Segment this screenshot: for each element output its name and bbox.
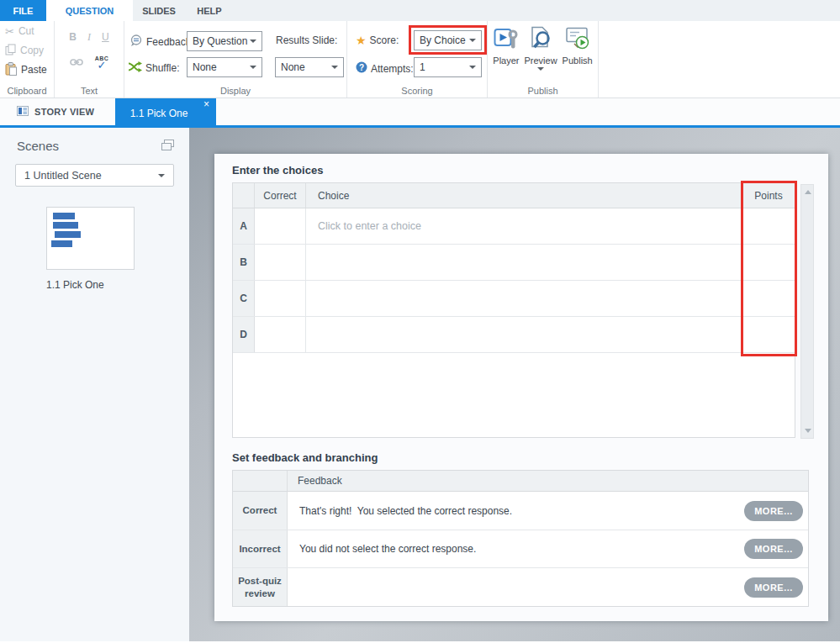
group-scoring: ★ Score: By Choice ? Attempts: 1 Scoring <box>347 21 488 98</box>
choices-empty-area[interactable] <box>233 353 795 437</box>
scoring-group-label: Scoring <box>347 86 487 96</box>
thumbnail-bar <box>53 213 75 219</box>
points-cell[interactable] <box>742 208 795 244</box>
feedback-row-label: Incorrect <box>233 530 288 567</box>
chevron-down-icon <box>250 40 256 43</box>
star-icon: ★ <box>356 34 367 46</box>
paste-button[interactable]: Paste <box>0 61 54 79</box>
cut-button[interactable]: ✂ Cut <box>0 22 54 40</box>
player-button[interactable]: Player <box>493 26 519 71</box>
copy-button[interactable]: Copy <box>0 41 54 60</box>
document-tab-bar: STORY VIEW 1.1 Pick One × <box>0 98 840 128</box>
preview-button[interactable]: Preview <box>524 26 557 71</box>
column-header-points: Points <box>742 183 795 208</box>
feedback-row-incorrect: Incorrect You did not select the correct… <box>233 530 808 568</box>
choices-scrollbar[interactable] <box>800 184 814 439</box>
paste-label: Paste <box>21 64 47 76</box>
chevron-down-icon <box>250 66 256 69</box>
choice-input-cell[interactable]: Click to enter a choice <box>305 208 742 244</box>
results-slide-field-label: Results Slide: <box>276 34 337 46</box>
correct-cell[interactable] <box>255 208 305 244</box>
player-icon <box>494 26 519 53</box>
feedback-text-cell[interactable]: You did not select the correct response.… <box>288 530 808 567</box>
chevron-down-icon <box>331 66 338 69</box>
column-header-choice: Choice <box>305 183 742 208</box>
thumbnail-bar <box>55 231 81 238</box>
clipboard-group-label: Clipboard <box>0 86 54 96</box>
scissors-icon: ✂ <box>5 26 14 37</box>
feedback-text-cell[interactable]: That's right! You selected the correct r… <box>288 492 808 530</box>
correct-cell[interactable] <box>255 245 305 280</box>
chevron-down-icon[interactable] <box>537 67 544 71</box>
story-view-label: STORY VIEW <box>34 107 94 117</box>
tab-file[interactable]: FILE <box>0 0 46 21</box>
spellcheck-button[interactable]: ABC ✓ <box>95 55 109 71</box>
feedback-row-postquiz: Post-quiz review MORE... <box>233 568 808 606</box>
results-slide-dropdown[interactable]: None <box>275 57 344 77</box>
chevron-down-icon <box>158 174 165 177</box>
publish-button[interactable]: Publish <box>563 26 593 71</box>
feedback-row-correct: Correct That's right! You selected the c… <box>233 492 808 530</box>
choice-row-a: A Click to enter a choice <box>233 208 795 245</box>
attempts-dropdown[interactable]: 1 <box>414 57 482 77</box>
choice-row-b: B <box>233 245 795 281</box>
italic-button[interactable]: I <box>87 31 91 44</box>
more-button[interactable]: MORE... <box>744 577 803 598</box>
more-button[interactable]: MORE... <box>744 539 803 559</box>
hyperlink-icon[interactable] <box>70 55 83 71</box>
column-header-feedback: Feedback <box>288 471 808 491</box>
points-cell[interactable] <box>742 281 795 316</box>
scroll-down-icon[interactable] <box>805 429 811 433</box>
collapse-panel-icon[interactable] <box>161 139 174 153</box>
column-header-correct: Correct <box>255 183 305 208</box>
svg-text:?: ? <box>359 63 364 72</box>
feedback-heading: Set feedback and branching <box>232 451 828 464</box>
points-cell[interactable] <box>742 317 795 352</box>
group-publish: Player Preview Publish Publish <box>488 21 599 98</box>
bold-button[interactable]: B <box>69 31 77 44</box>
paste-icon <box>5 62 17 78</box>
thumbnail-bar <box>51 240 72 247</box>
tab-help[interactable]: HELP <box>185 0 234 21</box>
corner-cell <box>233 471 288 491</box>
choice-input-cell[interactable] <box>305 281 742 316</box>
row-label: A <box>233 208 255 244</box>
score-mode-dropdown[interactable]: By Choice <box>414 30 482 50</box>
attempts-field-label: Attempts: <box>371 63 414 75</box>
group-display: Feedback: By Question Shuffle: None Resu… <box>124 21 347 98</box>
chevron-down-icon <box>469 39 476 42</box>
ribbon: ✂ Cut Copy Paste Clipboard B I U <box>0 21 840 98</box>
thumbnail-bar <box>53 222 78 229</box>
tab-story-view[interactable]: STORY VIEW <box>17 106 94 118</box>
thumbnail-caption: 1.1 Pick One <box>46 279 104 291</box>
story-view-icon <box>17 106 29 118</box>
shuffle-field-label: Shuffle: <box>145 62 179 74</box>
choice-row-d: D <box>233 317 795 353</box>
points-cell[interactable] <box>742 245 795 280</box>
choice-input-cell[interactable] <box>305 317 742 352</box>
feedback-row-label: Correct <box>233 492 288 530</box>
underline-button[interactable]: U <box>102 31 109 44</box>
slide-thumbnail[interactable] <box>46 207 135 270</box>
close-icon[interactable]: × <box>203 99 209 109</box>
shuffle-icon <box>128 61 142 75</box>
cut-label: Cut <box>18 25 34 37</box>
feedback-row-label: Post-quiz review <box>233 568 288 606</box>
tab-slides[interactable]: SLIDES <box>133 0 185 21</box>
feedback-mode-dropdown[interactable]: By Question <box>187 31 262 51</box>
tab-slide-active[interactable]: 1.1 Pick One × <box>115 98 216 128</box>
scene-selector[interactable]: 1 Untitled Scene <box>15 164 174 187</box>
row-label: C <box>233 281 255 316</box>
attempts-shield-icon: ? <box>356 61 367 76</box>
row-label: B <box>233 245 255 280</box>
choice-input-cell[interactable] <box>305 245 742 280</box>
tab-question[interactable]: QUESTION <box>46 0 133 21</box>
feedback-text-cell[interactable]: MORE... <box>288 568 808 606</box>
scroll-up-icon[interactable] <box>805 190 811 194</box>
scenes-sidebar: Scenes 1 Untitled Scene 1.1 Pick One <box>0 128 189 641</box>
more-button[interactable]: MORE... <box>744 501 803 521</box>
correct-cell[interactable] <box>255 281 305 316</box>
checkmark-icon: ✓ <box>98 60 107 71</box>
correct-cell[interactable] <box>255 317 305 352</box>
shuffle-dropdown[interactable]: None <box>187 57 262 77</box>
